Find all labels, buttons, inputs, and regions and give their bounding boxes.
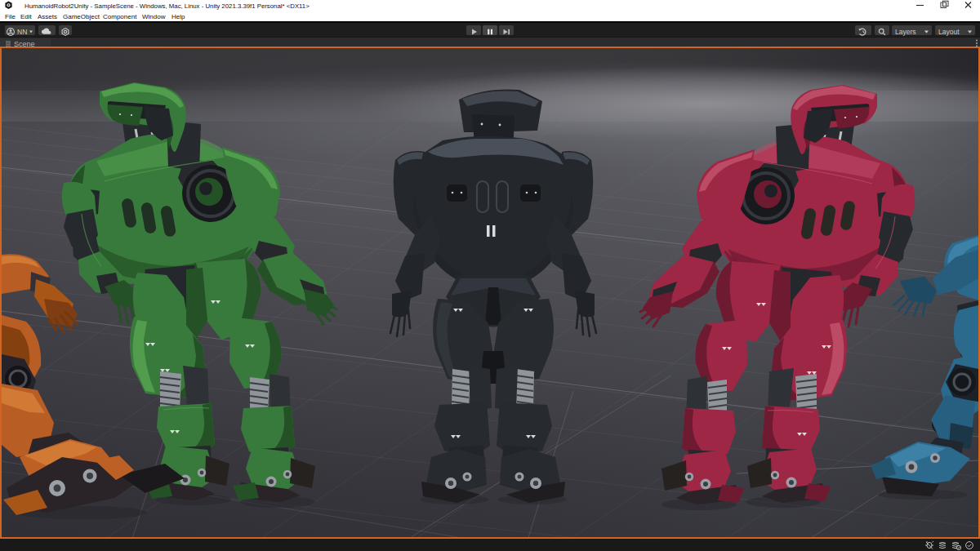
- svg-text:Layout: Layout: [938, 28, 960, 36]
- svg-text:Layers: Layers: [895, 28, 916, 36]
- svg-text:NN: NN: [17, 28, 27, 36]
